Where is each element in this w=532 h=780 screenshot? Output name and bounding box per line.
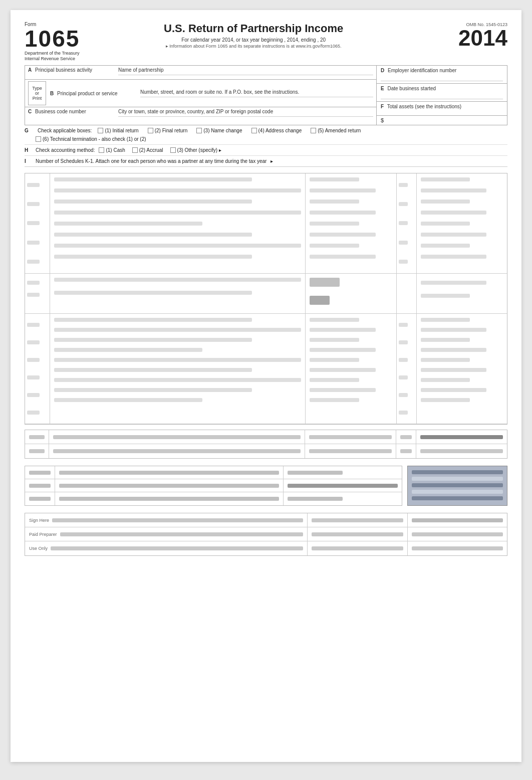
g-check-5[interactable]: (5) Amended return bbox=[311, 128, 361, 133]
subtitle-end: , 20 bbox=[317, 37, 326, 43]
sum-cell-7 bbox=[49, 444, 305, 458]
checkbox-4[interactable] bbox=[251, 128, 257, 133]
sig-cell-8 bbox=[308, 541, 407, 555]
field-e: E Date business started bbox=[377, 84, 507, 102]
desc-line bbox=[54, 211, 301, 215]
sum-cell-2 bbox=[49, 430, 305, 444]
bl-blur bbox=[59, 497, 279, 501]
sig-blur bbox=[312, 546, 403, 550]
h-check-3[interactable]: (3) Other (specify) ▸ bbox=[170, 147, 221, 153]
sig-blur bbox=[412, 532, 503, 536]
row-num bbox=[27, 221, 40, 225]
lower-desc bbox=[50, 314, 306, 424]
cell-blur bbox=[53, 435, 301, 439]
g-check-3[interactable]: (3) Name change bbox=[196, 128, 242, 133]
row-num bbox=[27, 241, 40, 245]
subtitle-mid: , 2014, ending bbox=[284, 37, 316, 43]
checkbox-2[interactable] bbox=[148, 128, 153, 133]
g-check-2[interactable]: (2) Final return bbox=[148, 128, 188, 133]
val-line bbox=[421, 188, 487, 192]
row-num bbox=[27, 260, 40, 264]
row-num bbox=[27, 202, 40, 206]
val-line bbox=[421, 388, 487, 392]
sig-cell-9 bbox=[408, 541, 507, 555]
row-num bbox=[399, 358, 408, 362]
desc-line bbox=[54, 233, 252, 237]
g-check-6[interactable]: (6) Technical termination - also check (… bbox=[36, 136, 500, 142]
type-print-box: Type or Print bbox=[28, 81, 46, 105]
dollar-row: $ bbox=[377, 116, 507, 125]
checkbox-1[interactable] bbox=[98, 128, 103, 133]
form-number-block: Form 1065 Department of the Treasury Int… bbox=[25, 22, 80, 61]
sum-cell-3 bbox=[305, 430, 396, 444]
bl-cell-3 bbox=[284, 466, 402, 479]
mid-num-col bbox=[25, 274, 50, 313]
field-f: F Total assets (see the instructions) bbox=[377, 102, 507, 116]
val-line bbox=[421, 358, 470, 362]
bl-cell-6 bbox=[284, 479, 402, 492]
mid-num bbox=[27, 281, 40, 285]
desc-line bbox=[54, 378, 301, 382]
cell-blur bbox=[309, 435, 392, 439]
cell-blur bbox=[400, 435, 412, 439]
desc-line bbox=[54, 388, 252, 392]
field-e-value[interactable] bbox=[381, 92, 503, 99]
sum-cell-9 bbox=[396, 444, 416, 458]
g-check-1[interactable]: (1) Initial return bbox=[98, 128, 138, 133]
val-line bbox=[421, 398, 470, 402]
fields-section: A Principal business activity Name of pa… bbox=[25, 65, 507, 125]
h-check-2[interactable]: (2) Accrual bbox=[132, 147, 163, 153]
row-num bbox=[399, 375, 408, 379]
val-line bbox=[310, 328, 376, 332]
desc-line bbox=[54, 358, 301, 362]
field-c-subtext: City or town, state or province, country… bbox=[118, 109, 373, 117]
row-h: H Check accounting method: (1) Cash (2) … bbox=[25, 145, 507, 156]
val-line bbox=[310, 318, 359, 322]
bott-blur-3 bbox=[412, 483, 503, 487]
bl-blur bbox=[288, 497, 343, 501]
row-i-desc: Number of Schedules K-1. Attach one for … bbox=[36, 158, 267, 164]
val-line bbox=[421, 338, 470, 342]
subtitle-start: For calendar year 2014, or tax year begi… bbox=[181, 37, 283, 43]
g-check-4[interactable]: (4) Address change bbox=[251, 128, 302, 133]
mid-num bbox=[27, 293, 40, 297]
bottom-section bbox=[25, 466, 507, 506]
field-d-label: D Employer identification number bbox=[381, 68, 503, 73]
desc-line bbox=[54, 368, 252, 372]
checkbox-3[interactable] bbox=[196, 128, 202, 133]
h-checkbox-3[interactable] bbox=[170, 147, 176, 153]
sig-blur bbox=[51, 546, 303, 550]
row-g: G Check applicable boxes: (1) Initial re… bbox=[25, 125, 507, 145]
row-num bbox=[399, 340, 408, 344]
income-table bbox=[25, 173, 507, 425]
desc-line bbox=[54, 398, 202, 402]
bott-blur-5 bbox=[412, 496, 503, 500]
h-checkbox-1[interactable] bbox=[99, 147, 104, 153]
val-line bbox=[421, 177, 470, 181]
sum-cell-6 bbox=[25, 444, 49, 458]
cell-blur bbox=[29, 449, 45, 453]
val-line bbox=[310, 388, 376, 392]
field-d-value[interactable] bbox=[381, 74, 503, 81]
bl-row-2 bbox=[25, 479, 402, 492]
checkbox-6[interactable] bbox=[36, 136, 41, 142]
checkbox-5[interactable] bbox=[311, 128, 316, 133]
val-line bbox=[421, 368, 487, 372]
desc-line bbox=[54, 177, 252, 181]
h-check-1[interactable]: (1) Cash bbox=[99, 147, 125, 153]
sum-cell-5 bbox=[416, 430, 507, 444]
sig-blur bbox=[60, 532, 304, 536]
desc-line bbox=[54, 291, 252, 295]
desc-line bbox=[54, 200, 252, 204]
row-num bbox=[399, 183, 408, 187]
val-line bbox=[310, 244, 359, 248]
h-checkbox-2[interactable] bbox=[132, 147, 138, 153]
bl-blur bbox=[29, 497, 51, 501]
val-line bbox=[310, 233, 376, 237]
bl-blur bbox=[29, 484, 51, 488]
sig-cell-2 bbox=[308, 513, 407, 527]
bott-blur-2 bbox=[412, 477, 503, 481]
field-b-row: Type or Print B Principal product or ser… bbox=[25, 80, 376, 107]
bl-cell-5 bbox=[55, 479, 284, 492]
row-i-arrow: ▸ bbox=[271, 158, 273, 164]
